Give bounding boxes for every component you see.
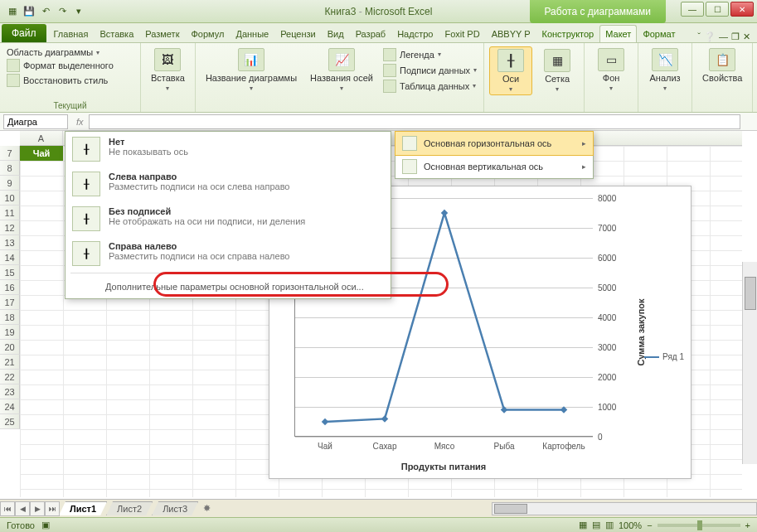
- y-tick: 6000: [598, 254, 631, 263]
- row-header-18[interactable]: 18: [0, 310, 20, 325]
- x-tick: Сахар: [373, 442, 397, 451]
- file-tab[interactable]: Файл: [2, 24, 46, 42]
- chart-legend[interactable]: Ряд 1: [644, 352, 684, 361]
- row-header-19[interactable]: 19: [0, 325, 20, 340]
- formula-input[interactable]: [89, 114, 740, 129]
- col-header-A[interactable]: A: [20, 131, 63, 145]
- axis-option-0[interactable]: ╂НетНе показывать ось: [66, 132, 391, 167]
- x-axis-title[interactable]: Продукты питания: [294, 462, 593, 472]
- save-icon[interactable]: 💾: [22, 4, 36, 19]
- tab-abbyy[interactable]: ABBYY P: [486, 25, 536, 42]
- legend-button[interactable]: Легенда ▾: [381, 47, 478, 62]
- tab-foxit[interactable]: Foxit PD: [439, 25, 485, 42]
- name-box[interactable]: [3, 114, 68, 129]
- zoom-in-icon[interactable]: +: [745, 520, 750, 530]
- tab-chart-design[interactable]: Конструктор: [536, 25, 600, 42]
- ribbon-help-controls: ˇ ❔ — ❐ ✕: [697, 31, 757, 42]
- qat-more-icon[interactable]: ▾: [71, 4, 86, 19]
- macro-record-icon[interactable]: ▣: [41, 520, 50, 530]
- sheet-tab-2[interactable]: Лист2: [106, 501, 153, 515]
- doc-restore-icon[interactable]: ❐: [731, 31, 740, 42]
- data-table-button[interactable]: Таблица данных ▾: [381, 79, 478, 94]
- row-header-21[interactable]: 21: [0, 355, 20, 370]
- sheet-nav[interactable]: ⏮ ◀ ▶ ⏭: [0, 501, 60, 516]
- gridlines-button[interactable]: ▦Сетка▾: [536, 47, 579, 94]
- sheet-nav-next-icon[interactable]: ▶: [30, 501, 45, 516]
- row-header-17[interactable]: 17: [0, 295, 20, 310]
- tab-pagelayout[interactable]: Разметк: [139, 25, 185, 42]
- format-selection-button[interactable]: Формат выделенного: [5, 58, 135, 73]
- row-headers[interactable]: 78910111213141516171819202122232425: [0, 146, 20, 429]
- sheet-nav-last-icon[interactable]: ⏭: [45, 501, 60, 516]
- y-tick: 8000: [598, 194, 631, 203]
- new-sheet-icon[interactable]: ✸: [198, 503, 216, 514]
- row-header-14[interactable]: 14: [0, 250, 20, 265]
- properties-button[interactable]: 📋Свойства: [697, 46, 747, 85]
- axis-option-1[interactable]: ╂Слева направоРазместить подписи на оси …: [66, 167, 391, 201]
- sheet-tab-1[interactable]: Лист1: [59, 501, 107, 515]
- sheet-tab-3[interactable]: Лист3: [152, 501, 198, 515]
- data-labels-button[interactable]: Подписи данных ▾: [381, 63, 478, 78]
- axis-titles-button[interactable]: 📈Названия осей▾: [305, 46, 378, 94]
- row-header-8[interactable]: 8: [0, 161, 20, 176]
- doc-close-icon[interactable]: ✕: [743, 31, 750, 42]
- doc-minimize-icon[interactable]: —: [719, 31, 728, 42]
- axes-submenu-horizontal[interactable]: Основная горизонтальная ось▸: [395, 131, 594, 156]
- zoom-level[interactable]: 100%: [619, 520, 642, 530]
- row-header-23[interactable]: 23: [0, 384, 20, 399]
- row-header-25[interactable]: 25: [0, 414, 20, 429]
- tab-data[interactable]: Данные: [230, 25, 274, 42]
- fx-icon[interactable]: fx: [71, 117, 89, 127]
- row-header-15[interactable]: 15: [0, 265, 20, 280]
- zoom-out-icon[interactable]: −: [647, 520, 652, 530]
- close-button[interactable]: ✕: [730, 2, 754, 17]
- row-header-16[interactable]: 16: [0, 280, 20, 295]
- axes-button[interactable]: ╂Оси▾: [489, 46, 532, 95]
- tab-insert[interactable]: Вставка: [94, 25, 139, 42]
- horizontal-scrollbar[interactable]: [492, 502, 757, 515]
- cell-a7[interactable]: Чай: [20, 146, 63, 161]
- zoom-slider[interactable]: [658, 524, 740, 527]
- view-normal-icon[interactable]: ▦: [579, 520, 587, 530]
- tab-home[interactable]: Главная: [48, 25, 95, 42]
- row-header-24[interactable]: 24: [0, 399, 20, 414]
- tab-chart-format[interactable]: Формат: [637, 25, 681, 42]
- row-header-13[interactable]: 13: [0, 235, 20, 250]
- tab-developer[interactable]: Разраб: [350, 25, 392, 42]
- sheet-nav-first-icon[interactable]: ⏮: [0, 501, 15, 516]
- maximize-button[interactable]: ☐: [706, 2, 729, 17]
- sheet-nav-prev-icon[interactable]: ◀: [15, 501, 30, 516]
- ribbon-minimize-icon[interactable]: ˇ: [697, 31, 701, 42]
- analysis-button[interactable]: 📉Анализ▾: [643, 46, 687, 94]
- excel-icon[interactable]: ▦: [5, 4, 20, 19]
- row-header-7[interactable]: 7: [0, 146, 20, 161]
- help-icon[interactable]: ❔: [704, 31, 716, 42]
- minimize-button[interactable]: —: [681, 2, 704, 17]
- axis-more-options[interactable]: Дополнительные параметры основной горизо…: [66, 275, 391, 298]
- axis-option-2[interactable]: ╂Без подписейНе отображать на оси ни под…: [66, 201, 391, 236]
- reset-style-button[interactable]: Восстановить стиль: [5, 73, 135, 88]
- chart-title-button[interactable]: 📊Название диаграммы▾: [201, 46, 302, 94]
- redo-icon[interactable]: ↷: [55, 4, 70, 19]
- axes-submenu-vertical[interactable]: Основная вертикальная ось▸: [395, 155, 593, 178]
- row-header-11[interactable]: 11: [0, 206, 20, 220]
- row-header-9[interactable]: 9: [0, 176, 20, 191]
- row-header-10[interactable]: 10: [0, 191, 20, 206]
- tab-review[interactable]: Рецензи: [274, 25, 322, 42]
- vert-axis-icon: [402, 159, 417, 174]
- insert-button[interactable]: 🖼Вставка▾: [146, 46, 190, 94]
- vertical-scrollbar[interactable]: [742, 262, 757, 464]
- view-page-icon[interactable]: ▤: [592, 520, 600, 530]
- tab-chart-layout[interactable]: Макет: [599, 25, 637, 42]
- tab-formulas[interactable]: Формул: [185, 25, 230, 42]
- row-header-20[interactable]: 20: [0, 340, 20, 355]
- background-button[interactable]: ▭Фон▾: [590, 46, 633, 94]
- tab-view[interactable]: Вид: [322, 25, 350, 42]
- row-header-22[interactable]: 22: [0, 370, 20, 384]
- view-break-icon[interactable]: ▥: [605, 520, 614, 530]
- undo-icon[interactable]: ↶: [38, 4, 53, 19]
- chart-element-selector[interactable]: Область диаграммы ▾: [5, 46, 135, 58]
- tab-addins[interactable]: Надстро: [391, 25, 439, 42]
- axis-option-3[interactable]: ╂Справа налевоРазместить подписи на оси …: [66, 236, 391, 271]
- row-header-12[interactable]: 12: [0, 220, 20, 235]
